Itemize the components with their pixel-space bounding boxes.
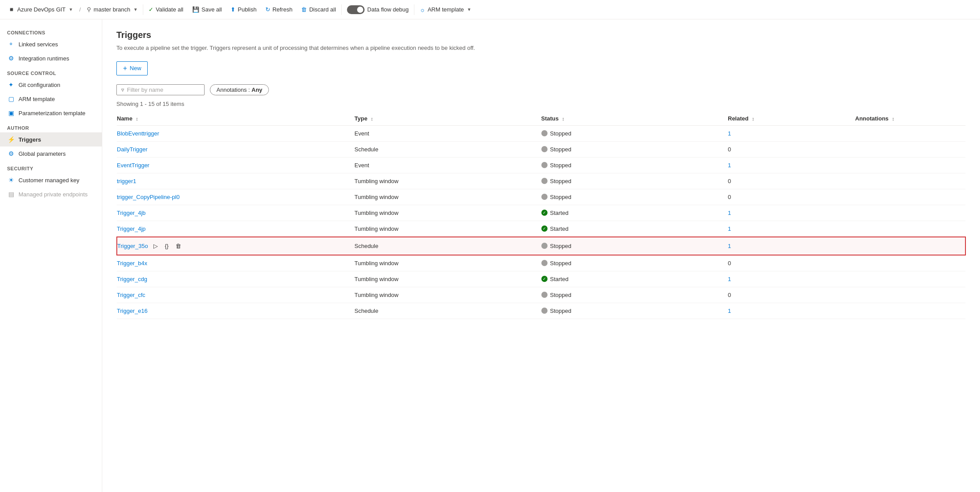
trigger-name-link[interactable]: Trigger_b4x (117, 260, 147, 267)
related-link[interactable]: 1 (728, 225, 731, 232)
save-icon: 💾 (192, 6, 199, 13)
trigger-type-cell: Tumbling window (354, 189, 541, 205)
sidebar-item-git-config[interactable]: ✦ Git configuration (0, 78, 102, 92)
sidebar-item-customer-key-label: Customer managed key (19, 177, 79, 184)
arm-template-button[interactable]: ☼ ARM template ▼ (415, 0, 476, 19)
sidebar-item-arm-template[interactable]: ▢ ARM template (0, 92, 102, 106)
filter-input-wrapper[interactable]: ▿ (116, 84, 205, 95)
status-sort-icon[interactable]: ↕ (562, 116, 565, 121)
trigger-name-link[interactable]: Trigger_cdg (117, 276, 147, 282)
col-header-status[interactable]: Status ↕ (541, 112, 728, 126)
sidebar-item-global-params-label: Global parameters (19, 150, 66, 157)
col-header-annotations[interactable]: Annotations ↕ (855, 112, 965, 126)
trigger-name-link[interactable]: DailyTrigger (117, 146, 148, 153)
toggle-track[interactable] (347, 5, 365, 14)
arm-label: ARM template (428, 6, 464, 13)
trigger-related-cell: 0 (728, 255, 855, 271)
trigger-related-cell: 1 (728, 157, 855, 173)
trigger-name-cell: BlobEventtrigger (117, 125, 354, 141)
sidebar-item-managed-endpoints[interactable]: ▤ Managed private endpoints (0, 187, 102, 201)
validate-icon: ✓ (149, 6, 153, 13)
col-header-name[interactable]: Name ↕ (117, 112, 354, 126)
trigger-status-cell: ✓Started (541, 221, 728, 237)
trigger-name-link[interactable]: Trigger_35o (117, 243, 148, 249)
col-header-type[interactable]: Type ↕ (354, 112, 541, 126)
save-button[interactable]: 💾 Save all (188, 0, 226, 19)
trigger-name-link[interactable]: BlobEventtrigger (117, 130, 159, 137)
new-trigger-button[interactable]: + New (116, 61, 148, 75)
trigger-name-cell: EventTrigger (117, 157, 354, 173)
sidebar-item-global-params[interactable]: ⚙ Global parameters (0, 146, 102, 161)
trigger-name-link[interactable]: Trigger_4jp (117, 225, 145, 232)
sidebar-item-customer-key[interactable]: ☀ Customer managed key (0, 173, 102, 187)
sidebar-item-linked-services[interactable]: ⚬ Linked services (0, 37, 102, 51)
dataflow-toggle[interactable]: Data flow debug (343, 0, 413, 19)
status-cell: Stopped (541, 162, 723, 169)
stopped-dot (541, 308, 548, 314)
started-dot: ✓ (541, 210, 548, 216)
name-sort-icon[interactable]: ↕ (136, 116, 138, 121)
related-sort-icon[interactable]: ↕ (752, 116, 755, 121)
sidebar-item-triggers[interactable]: ⚡ Triggers (0, 132, 102, 146)
trigger-name-cell: Trigger_35o▷{}🗑 (117, 237, 354, 255)
trigger-name-link[interactable]: Trigger_e16 (117, 308, 148, 314)
trigger-status-cell: Stopped (541, 189, 728, 205)
related-link[interactable]: 1 (728, 130, 731, 137)
trigger-name-link[interactable]: Trigger_4jb (117, 210, 145, 216)
trigger-name-link[interactable]: trigger_CopyPipeline-pl0 (117, 194, 179, 200)
status-cell: Stopped (541, 178, 723, 184)
discard-button[interactable]: 🗑 Discard all (297, 0, 340, 19)
delete-icon[interactable]: 🗑 (174, 242, 183, 250)
annotations-sort-icon[interactable]: ↕ (892, 116, 894, 121)
dataflow-label: Data flow debug (367, 6, 409, 13)
col-header-related[interactable]: Related ↕ (728, 112, 855, 126)
trigger-annotations-cell (855, 157, 965, 173)
git-selector[interactable]: ◾ Azure DevOps GIT ▼ (4, 0, 78, 19)
validate-button[interactable]: ✓ Validate all (144, 0, 188, 19)
publish-button[interactable]: ⬆ Publish (226, 0, 261, 19)
trigger-name-link[interactable]: Trigger_cfc (117, 292, 145, 298)
related-link[interactable]: 1 (728, 243, 731, 249)
type-sort-icon[interactable]: ↕ (371, 116, 373, 121)
related-link[interactable]: 1 (728, 276, 731, 282)
trigger-related-cell: 1 (728, 125, 855, 141)
trigger-name-link[interactable]: trigger1 (117, 178, 136, 184)
trigger-name-link[interactable]: EventTrigger (117, 162, 149, 169)
code-icon[interactable]: {} (163, 242, 171, 250)
trigger-status-cell: Stopped (541, 173, 728, 189)
divider-1 (143, 4, 143, 15)
stopped-dot (541, 146, 548, 152)
sidebar-item-param-template[interactable]: ▣ Parameterization template (0, 106, 102, 120)
related-link[interactable]: 1 (728, 162, 731, 169)
started-dot: ✓ (541, 276, 548, 282)
table-header-row: Name ↕ Type ↕ Status ↕ Related ↕ (117, 112, 965, 126)
trigger-annotations-cell (855, 221, 965, 237)
related-link[interactable]: 1 (728, 308, 731, 314)
annotations-label: Annotations (216, 86, 247, 93)
sidebar-item-integration-runtimes[interactable]: ⚙ Integration runtimes (0, 51, 102, 65)
trigger-type-cell: Tumbling window (354, 173, 541, 189)
trigger-name-cell: Trigger_4jp (117, 221, 354, 237)
trigger-type-cell: Event (354, 125, 541, 141)
play-icon[interactable]: ▷ (152, 242, 160, 250)
branch-selector[interactable]: ⚲ master branch ▼ (82, 0, 142, 19)
arm-icon: ☼ (420, 6, 425, 13)
trigger-type-cell: Schedule (354, 237, 541, 255)
trigger-annotations-cell (855, 237, 965, 255)
toggle-thumb (357, 7, 363, 13)
sidebar-item-integration-label: Integration runtimes (19, 55, 69, 62)
filter-by-name-input[interactable] (127, 86, 197, 93)
trigger-status-cell: Stopped (541, 237, 728, 255)
table-row: trigger_CopyPipeline-pl0Tumbling windowS… (117, 189, 965, 205)
related-link[interactable]: 1 (728, 210, 731, 216)
stopped-dot (541, 292, 548, 298)
status-text: Stopped (550, 162, 571, 169)
refresh-button[interactable]: ↻ Refresh (261, 0, 297, 19)
table-row: Trigger_e16ScheduleStopped1 (117, 303, 965, 319)
page-title: Triggers (116, 30, 966, 40)
annotations-filter-button[interactable]: Annotations : Any (210, 84, 269, 95)
status-text: Stopped (550, 146, 571, 153)
stopped-dot (541, 130, 548, 136)
branch-label: master branch (93, 6, 130, 13)
trigger-status-cell: ✓Started (541, 205, 728, 221)
